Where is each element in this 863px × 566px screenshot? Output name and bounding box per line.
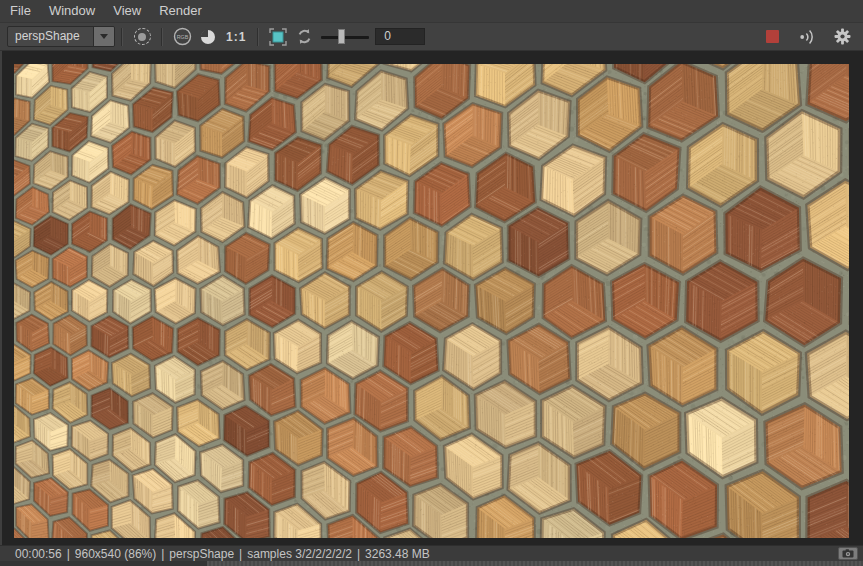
settings-button[interactable] <box>831 26 853 48</box>
render-viewport <box>0 51 863 545</box>
toolbar-right-group <box>759 26 855 48</box>
camera-icon <box>842 549 854 558</box>
camera-select-arrow-button[interactable] <box>93 27 114 46</box>
refresh-icon <box>296 28 313 45</box>
snapshot-region-button[interactable] <box>131 26 153 48</box>
render-camera: perspShape <box>169 547 234 561</box>
render-memory: 3263.48 MB <box>365 547 430 561</box>
stop-render-button[interactable] <box>761 26 783 48</box>
rendered-image[interactable] <box>14 64 849 538</box>
snapshot-camera-button[interactable] <box>838 547 858 560</box>
crop-region-button[interactable] <box>267 26 289 48</box>
slider-handle[interactable] <box>338 29 345 44</box>
render-resolution: 960x540 (86%) <box>75 547 156 561</box>
toolbar-separator <box>161 28 163 46</box>
broadcast-icon <box>798 29 817 45</box>
zoom-one-to-one-button[interactable]: 1:1 <box>223 26 249 48</box>
one-to-one-label: 1:1 <box>223 30 249 44</box>
gear-icon <box>834 28 851 45</box>
render-samples: samples 3/2/2/2/2/2 <box>247 547 352 561</box>
toolbar: perspShape RGB 1:1 <box>0 23 863 51</box>
render-time: 00:00:56 <box>15 547 62 561</box>
toolbar-separator <box>121 28 123 46</box>
status-separator: | <box>357 547 360 561</box>
menu-window[interactable]: Window <box>40 0 104 22</box>
status-separator: | <box>239 547 242 561</box>
rgb-channel-button[interactable]: RGB <box>171 26 193 48</box>
exposure-input[interactable]: 0 <box>375 28 425 45</box>
refresh-render-button[interactable] <box>293 26 315 48</box>
slider-track[interactable] <box>321 36 369 39</box>
menu-bar: File Window View Render <box>0 0 863 23</box>
menu-render[interactable]: Render <box>150 0 211 22</box>
render-view-window: File Window View Render perspShape RGB <box>0 0 863 566</box>
status-separator: | <box>161 547 164 561</box>
dashed-circle-icon <box>134 28 151 45</box>
status-separator: | <box>67 547 70 561</box>
chevron-down-icon <box>100 34 108 39</box>
alpha-channel-button[interactable] <box>197 26 219 48</box>
menu-view[interactable]: View <box>104 0 150 22</box>
rgb-channel-icon: RGB <box>173 27 192 46</box>
status-bar: 00:00:56 | 960x540 (86%) | perspShape | … <box>0 545 863 561</box>
horizontal-scrollbar <box>0 561 863 566</box>
svg-text:RGB: RGB <box>176 34 188 40</box>
crop-region-icon <box>268 27 288 47</box>
alpha-pie-icon <box>200 29 216 45</box>
camera-select-dropdown[interactable]: perspShape <box>7 26 115 47</box>
menu-file[interactable]: File <box>10 0 40 22</box>
toolbar-separator <box>257 28 259 46</box>
scrollbar-thumb[interactable] <box>207 561 863 566</box>
exposure-slider[interactable] <box>321 28 369 46</box>
camera-select-value: perspShape <box>8 27 93 46</box>
ipr-update-button[interactable] <box>796 26 818 48</box>
stop-icon <box>766 30 779 43</box>
